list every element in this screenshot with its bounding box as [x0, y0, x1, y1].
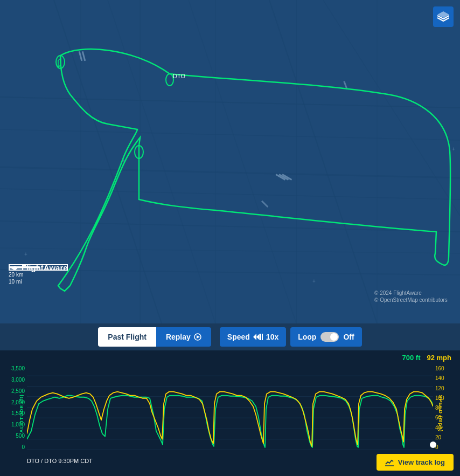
chart-current-values: 700 ft 92 mph: [402, 354, 451, 362]
speed-axis-label: SPEED (mph): [437, 395, 443, 432]
svg-text:© OpenStreetMap contributors: © OpenStreetMap contributors: [374, 297, 448, 303]
svg-marker-39: [256, 334, 260, 340]
loop-control[interactable]: Loop Off: [290, 327, 361, 347]
map-container: + + + + DTO © 2024 FlightAware © OpenStr…: [0, 0, 460, 323]
svg-rect-0: [0, 0, 460, 323]
past-flight-button[interactable]: Past Flight: [98, 327, 156, 347]
chart-area: [27, 365, 433, 450]
timeline-position-dot[interactable]: [430, 441, 436, 448]
chart-x-axis: DTO / DTO 9:30PM CDT 12:09AM CDT: [27, 458, 433, 464]
x-start-label: DTO / DTO 9:30PM CDT: [27, 458, 93, 464]
chart-section: 700 ft 92 mph 3,500 3,000 2,500 2,000 1,…: [0, 350, 460, 476]
controls-bar: Past Flight Replay Speed 10x Loop Off: [0, 323, 460, 350]
svg-text:© 2024 FlightAware: © 2024 FlightAware: [374, 290, 422, 296]
loop-toggle[interactable]: [320, 332, 339, 342]
replay-button[interactable]: Replay: [156, 327, 211, 347]
svg-text:+: +: [452, 146, 455, 152]
altitude-axis-label: ALTITUDE (ft): [19, 394, 24, 432]
svg-text:+: +: [24, 251, 27, 257]
svg-text:+: +: [312, 278, 316, 284]
y-axis-right: 160 140 120 100 80 60 40 20 0: [433, 365, 460, 450]
view-track-log-button[interactable]: View track log: [377, 454, 454, 471]
current-altitude: 700 ft: [402, 354, 421, 362]
svg-marker-37: [197, 335, 200, 339]
speed-control[interactable]: Speed 10x: [220, 327, 286, 347]
scale-bar: 20 km 10 mi: [9, 264, 68, 285]
map-background: + + + + DTO © 2024 FlightAware © OpenStr…: [0, 0, 460, 323]
svg-marker-38: [253, 334, 256, 340]
layer-button[interactable]: [433, 6, 454, 27]
current-speed: 92 mph: [427, 354, 451, 362]
svg-text:DTO: DTO: [173, 73, 185, 79]
